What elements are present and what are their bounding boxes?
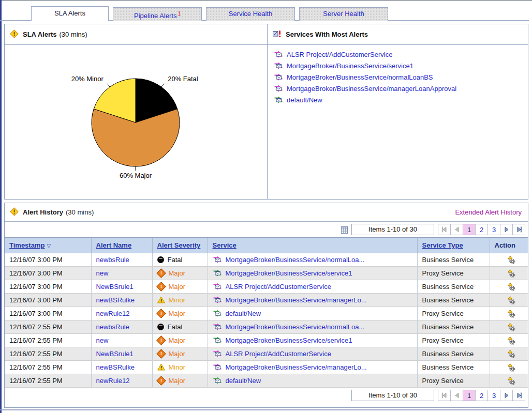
cell-alert-severity: !Major — [152, 307, 208, 320]
cell-timestamp: 12/16/07 3:00 PM — [5, 280, 91, 293]
panel-subtitle: (30 mins) — [60, 30, 87, 38]
column-header-alert-severity[interactable]: Alert Severity — [152, 238, 208, 253]
service-link[interactable]: MortgageBroker/BusinessService/service1 — [226, 336, 352, 344]
alert-name-link[interactable]: newRule12 — [96, 377, 130, 385]
cell-alert-severity: !Major — [152, 374, 208, 387]
alert-name-link[interactable]: NewBSrule1 — [96, 350, 134, 358]
view-alert-rule-button[interactable] — [495, 282, 528, 291]
page-top-border — [0, 0, 532, 1]
cell-timestamp: 12/16/07 3:00 PM — [5, 293, 91, 307]
cell-action — [490, 280, 528, 293]
service-link[interactable]: ALSR Project/AddCustomerService — [226, 283, 331, 290]
alert-name-link[interactable]: newRule12 — [96, 310, 130, 317]
service-link[interactable]: default/New — [287, 96, 322, 104]
alert-history-row: 12/16/07 2:55 PMnewBSRulke Minor Mortgag… — [5, 360, 528, 374]
sort-desc-icon: ▽ — [47, 243, 51, 249]
page-button-3[interactable]: 3 — [488, 224, 500, 235]
alert-history-row: 12/16/07 2:55 PMNewBSrule1!Major ALSR Pr… — [5, 347, 528, 360]
alert-history-row: 12/16/07 3:00 PMNewBSrule1!Major ALSR Pr… — [5, 280, 528, 293]
cell-service: default/New — [208, 374, 417, 387]
service-link[interactable]: ALSR Project/AddCustomerService — [287, 51, 392, 58]
cell-service: MortgageBroker/BusinessService/service1 — [208, 333, 417, 347]
business-service-icon — [274, 73, 283, 81]
alert-history-header: Alert History (30 mins) Extended Alert H… — [5, 203, 528, 222]
alert-name-link[interactable]: new — [96, 336, 109, 344]
cell-action — [490, 360, 528, 374]
view-alert-rule-button[interactable] — [495, 363, 528, 372]
business-service-icon — [274, 51, 283, 58]
alert-name-link[interactable]: newbsRule — [96, 323, 129, 331]
cell-service: MortgageBroker/BusinessService/normalLoa… — [208, 320, 417, 333]
view-alert-rule-button[interactable] — [495, 309, 528, 318]
page-button-2[interactable]: 2 — [476, 390, 488, 401]
cell-alert-severity: Fatal — [152, 253, 208, 266]
view-alert-rule-button[interactable] — [495, 269, 528, 278]
tab-sla-alerts[interactable]: SLA Alerts — [31, 6, 109, 21]
warning-diamond-glyph — [10, 207, 19, 216]
cell-alert-name: NewBSrule1 — [91, 280, 152, 293]
service-link[interactable]: default/New — [226, 310, 261, 317]
view-alert-rule-button[interactable] — [495, 349, 528, 358]
tab-service-health[interactable]: Service Health — [206, 7, 295, 21]
table-view-icon[interactable] — [341, 226, 348, 234]
service-link[interactable]: ALSR Project/AddCustomerService — [226, 350, 331, 358]
service-link[interactable]: MortgageBroker/BusinessService/managerLo… — [226, 296, 367, 304]
sla-alerts-panel: SLA Alerts (30 mins) 20% Fatal60% Major2… — [5, 24, 268, 199]
service-link[interactable]: MortgageBroker/BusinessService/service1 — [287, 62, 413, 70]
service-list-item: MortgageBroker/BusinessService/normalLoa… — [274, 71, 528, 83]
column-header-timestamp[interactable]: Timestamp▽ — [5, 238, 91, 253]
alert-name-link[interactable]: newbsRule — [96, 256, 129, 264]
view-alert-rule-button[interactable] — [495, 376, 528, 385]
view-alert-rule-button[interactable] — [495, 255, 528, 264]
alert-history-row: 12/16/07 3:00 PMnewRule12!Major default/… — [5, 307, 528, 320]
last-page-button[interactable] — [513, 390, 525, 401]
column-header-service[interactable]: Service — [208, 238, 417, 253]
view-alert-rule-button[interactable] — [495, 323, 528, 331]
fatal-severity-icon — [157, 324, 164, 330]
next-page-button[interactable] — [500, 390, 513, 401]
proxy-service-icon — [213, 336, 222, 344]
alert-name-link[interactable]: NewBSrule1 — [96, 283, 134, 290]
tab-pipeline-alerts[interactable]: Pipeline Alerts1 — [113, 7, 202, 21]
page-button-3[interactable]: 3 — [488, 390, 500, 401]
last-page-button[interactable] — [513, 224, 525, 235]
table-header-row: Timestamp▽ Alert Name Alert Severity Ser… — [5, 238, 528, 253]
service-link[interactable]: MortgageBroker/BusinessService/normalLoa… — [287, 73, 433, 81]
alert-name-link[interactable]: new — [96, 269, 109, 277]
cell-timestamp: 12/16/07 3:00 PM — [5, 307, 91, 320]
proxy-service-icon — [213, 269, 222, 277]
tab-server-health[interactable]: Server Health — [299, 7, 388, 21]
pager-row-bottom: Items 1-10 of 30123 — [5, 388, 528, 404]
cell-service: MortgageBroker/BusinessService/managerLo… — [208, 293, 417, 307]
cell-alert-name: new — [91, 333, 152, 347]
view-alert-rule-button[interactable] — [495, 336, 528, 345]
next-page-button[interactable] — [500, 224, 513, 235]
alert-name-link[interactable]: newBSRulke — [96, 296, 135, 304]
alert-history-row: 12/16/07 2:55 PMnewbsRuleFatal MortgageB… — [5, 320, 528, 333]
proxy-service-icon — [213, 377, 222, 384]
business-service-icon — [213, 283, 222, 290]
warning-diamond-icon — [10, 29, 19, 40]
service-link[interactable]: MortgageBroker/BusinessService/normalLoa… — [226, 323, 365, 331]
service-link[interactable]: MortgageBroker/BusinessService/managerLo… — [226, 363, 367, 371]
service-link[interactable]: MortgageBroker/BusinessService/service1 — [226, 269, 352, 277]
cell-alert-severity: !Major — [152, 280, 208, 293]
cell-action — [490, 333, 528, 347]
alerts-table: Timestamp▽ Alert Name Alert Severity Ser… — [5, 238, 528, 388]
page-navigation: 123 — [438, 390, 525, 401]
alert-name-link[interactable]: newBSRulke — [96, 363, 135, 371]
column-header-service-type[interactable]: Service Type — [417, 238, 490, 253]
column-header-action: Action — [490, 238, 528, 253]
extended-alert-history-link[interactable]: Extended Alert History — [455, 208, 522, 216]
cell-alert-name: newBSRulke — [91, 360, 152, 374]
business-service-icon — [274, 85, 283, 92]
service-link[interactable]: MortgageBroker/BusinessService/managerLo… — [287, 85, 456, 93]
column-header-alert-name[interactable]: Alert Name — [91, 238, 152, 253]
view-alert-rule-button[interactable] — [495, 296, 528, 304]
service-link[interactable]: default/New — [226, 377, 261, 385]
cell-alert-name: NewBSrule1 — [91, 347, 152, 360]
tab-label: Service Health — [229, 10, 273, 18]
alert-history-row: 12/16/07 3:00 PMnewBSRulke Minor Mortgag… — [5, 293, 528, 307]
service-link[interactable]: MortgageBroker/BusinessService/normalLoa… — [226, 256, 365, 264]
page-button-2[interactable]: 2 — [476, 224, 488, 235]
